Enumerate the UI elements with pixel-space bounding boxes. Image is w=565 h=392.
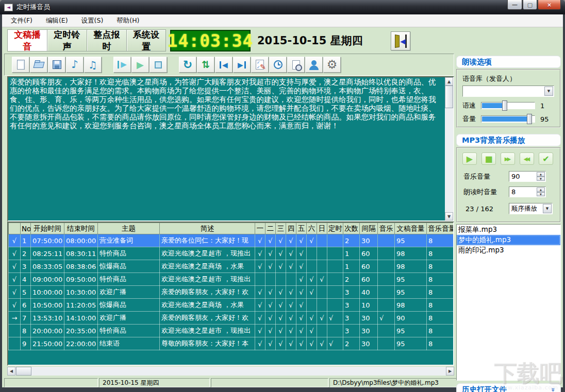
music-cell[interactable]: [378, 260, 395, 273]
table-row[interactable]: √208:25:1108:30:11特价商品欢迎光临澳之星超市 ，现推出√√√√…: [9, 247, 454, 260]
music-volume-cell[interactable]: 8: [427, 260, 454, 273]
day-cell[interactable]: √: [296, 312, 307, 325]
status-cell[interactable]: [9, 325, 21, 337]
start-time-cell[interactable]: 08:25:11: [31, 247, 64, 260]
table-row[interactable]: √610:50:0011:20:05惊爆商品欢迎光临澳之星商场 ，水果√√√√√…: [9, 299, 454, 312]
day-cell[interactable]: √: [265, 312, 276, 325]
day-cell[interactable]: [317, 234, 327, 247]
no-cell[interactable]: 7: [21, 312, 31, 325]
column-header[interactable]: 主题: [98, 223, 160, 234]
interval-cell[interactable]: 30: [360, 337, 378, 350]
day-cell[interactable]: √: [307, 325, 317, 337]
day-cell[interactable]: √: [296, 286, 307, 299]
script-volume-cell[interactable]: 98: [395, 299, 427, 312]
column-header[interactable]: 音乐音量: [427, 223, 454, 234]
no-cell[interactable]: 6: [21, 299, 31, 312]
day-cell[interactable]: √: [286, 312, 296, 325]
timed-cell[interactable]: [327, 234, 343, 247]
day-cell[interactable]: √: [286, 337, 296, 350]
end-time-cell[interactable]: 22:00:00: [64, 337, 98, 350]
day-cell[interactable]: [307, 299, 317, 312]
day-cell[interactable]: √: [276, 337, 286, 350]
timed-cell[interactable]: √: [327, 337, 343, 350]
topic-cell[interactable]: 欢迎广播: [98, 286, 160, 299]
day-cell[interactable]: √: [265, 260, 276, 273]
notes-button[interactable]: [84, 57, 102, 73]
music-cell[interactable]: [378, 247, 395, 260]
timed-cell[interactable]: [327, 247, 343, 260]
day-cell[interactable]: [317, 260, 327, 273]
new-document-button[interactable]: [12, 57, 29, 73]
day-cell[interactable]: [317, 299, 327, 312]
day-cell[interactable]: √: [255, 234, 265, 247]
music-cell[interactable]: [378, 337, 395, 350]
summary-cell[interactable]: 欢迎光临澳之星超市 ，现推出: [160, 325, 255, 337]
script-volume-cell[interactable]: 95: [395, 286, 427, 299]
column-header[interactable]: 文稿音量: [395, 223, 427, 234]
music-volume-input[interactable]: 90 ▲▼: [509, 171, 546, 182]
day-cell[interactable]: √: [317, 337, 327, 350]
scroll-thumb[interactable]: [16, 367, 31, 376]
times-cell[interactable]: 3: [343, 299, 360, 312]
chevron-expand-icon[interactable]: »: [549, 387, 557, 391]
day-cell[interactable]: √: [296, 299, 307, 312]
rewind-button[interactable]: ◀◀: [520, 152, 534, 165]
day-cell[interactable]: √: [296, 234, 307, 247]
day-cell[interactable]: √: [286, 260, 296, 273]
interval-cell[interactable]: 60: [360, 247, 378, 260]
day-cell[interactable]: [276, 273, 286, 286]
slider-thumb[interactable]: [527, 114, 532, 124]
end-time-cell[interactable]: 09:50:00: [64, 273, 98, 286]
script-volume-cell[interactable]: 98: [395, 260, 427, 273]
end-time-cell[interactable]: 08:00:00: [64, 234, 98, 247]
day-cell[interactable]: √: [255, 337, 265, 350]
day-cell[interactable]: [307, 247, 317, 260]
topic-cell[interactable]: 营业准备词: [98, 234, 160, 247]
day-cell[interactable]: [317, 325, 327, 337]
times-cell[interactable]: 3: [343, 325, 360, 337]
table-row[interactable]: 820:00:0020:35:00特价商品欢迎光临澳之星超市 ，现推出√√√√√…: [9, 325, 454, 337]
day-cell[interactable]: √: [265, 247, 276, 260]
table-row[interactable]: √107:50:0008:00:00营业准备词亲爱的各位同仁：大家好！现√√√√…: [9, 234, 454, 247]
column-header[interactable]: 简述: [160, 223, 255, 234]
tab-整点报时[interactable]: 整点报时: [87, 29, 126, 52]
day-cell[interactable]: √: [317, 312, 327, 325]
no-cell[interactable]: 2: [21, 247, 31, 260]
status-cell[interactable]: √: [9, 273, 21, 286]
summary-cell[interactable]: 欢迎光临澳之星商场 ，水果: [160, 299, 255, 312]
status-cell[interactable]: √: [9, 247, 21, 260]
column-header[interactable]: 三: [276, 223, 286, 234]
column-header[interactable]: 定时: [327, 223, 343, 234]
menu-item[interactable]: 编辑(E): [41, 15, 73, 27]
history-header[interactable]: 历史打开文件 »: [456, 383, 561, 392]
day-cell[interactable]: √: [296, 273, 307, 286]
user-button[interactable]: [305, 57, 323, 73]
tab-系统设置[interactable]: 系统设置: [126, 29, 166, 52]
day-cell[interactable]: √: [276, 260, 286, 273]
column-header[interactable]: No: [21, 223, 31, 234]
close-button[interactable]: ×: [538, 0, 561, 10]
no-cell[interactable]: 1: [21, 234, 31, 247]
column-header[interactable]: 开始时间: [31, 223, 64, 234]
day-cell[interactable]: √: [265, 337, 276, 350]
music-volume-cell[interactable]: 8: [427, 299, 454, 312]
scroll-right-button[interactable]: ▶: [446, 367, 454, 376]
times-cell[interactable]: 3: [343, 312, 360, 325]
end-time-cell[interactable]: 11:20:05: [64, 299, 98, 312]
timed-cell[interactable]: [327, 286, 343, 299]
summary-cell[interactable]: 欢迎光临澳之星超市 ，现推出: [160, 247, 255, 260]
maximize-button[interactable]: ▢: [523, 0, 537, 10]
interval-cell[interactable]: 60: [360, 260, 378, 273]
timed-cell[interactable]: [327, 273, 343, 286]
edit-list-button[interactable]: [251, 57, 269, 73]
day-cell[interactable]: √: [265, 234, 276, 247]
topic-cell[interactable]: 特价商品: [98, 325, 160, 337]
end-time-cell[interactable]: 14:10:00: [64, 312, 98, 325]
script-volume-cell[interactable]: 98: [395, 247, 427, 260]
start-time-cell[interactable]: 07:50:00: [31, 234, 64, 247]
menu-item[interactable]: 设置(S): [77, 15, 108, 27]
step-play-button[interactable]: [113, 57, 131, 73]
interval-cell[interactable]: 30: [360, 325, 378, 337]
column-header[interactable]: 间隔: [360, 223, 378, 234]
music-cell[interactable]: [378, 234, 395, 247]
